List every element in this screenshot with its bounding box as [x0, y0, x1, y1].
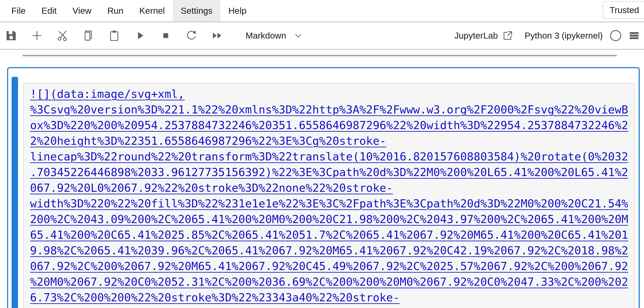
menu-file[interactable]: File — [4, 0, 34, 21]
cell-type-dropdown[interactable]: Markdown — [246, 31, 302, 41]
insert-cell-button[interactable] — [30, 29, 44, 42]
source-line: %3Csvg%20version%3D%221.1%22%20xmlns%3D%… — [30, 102, 634, 118]
source-line: 067.92%20L0%2067.92%22%20stroke%3D%22non… — [30, 180, 634, 196]
notebook-toolbar: Markdown JupyterLab Python 3 (ipykernel) — [0, 22, 644, 49]
plus-icon — [31, 30, 43, 41]
interrupt-kernel-button[interactable] — [159, 29, 172, 42]
hamburger-menu-icon[interactable] — [628, 30, 640, 41]
source-line: ox%3D%220%200%20954.2537884732246%20351.… — [30, 118, 634, 133]
source-line: linecap%3D%22round%22%20transform%3D%22t… — [30, 149, 634, 165]
menu-bar: File Edit View Run Kernel Settings Help … — [0, 0, 644, 21]
toolbar-right-group: JupyterLab Python 3 (ipykernel) — [454, 29, 640, 42]
menu-edit[interactable]: Edit — [34, 0, 64, 21]
source-line: %20M0%2067.92%20C0%2052.31%2C%200%2036.6… — [30, 274, 634, 290]
source-line: ![](data:image/svg+xml, — [30, 86, 634, 102]
copy-icon — [83, 30, 94, 41]
source-line: 9.98%2C%2065.41%2039.96%2C%2065.41%2067.… — [30, 243, 634, 259]
jupyterlab-link[interactable]: JupyterLab — [454, 31, 498, 41]
notebook-panel: ![](data:image/svg+xml, %3Csvg%20version… — [0, 50, 644, 286]
cell-type-value: Markdown — [246, 31, 286, 41]
cut-cells-button[interactable] — [56, 29, 70, 42]
copy-cells-button[interactable] — [82, 29, 95, 42]
external-link-icon[interactable] — [502, 30, 513, 41]
kernel-name[interactable]: Python 3 (ipykernel) — [524, 31, 603, 41]
source-line: 067.92%2C%200%2067.92%20M65.41%2067.92%2… — [30, 259, 634, 274]
kernel-status-icon[interactable] — [609, 29, 622, 42]
source-line: .70345226446898%2033.96127735156392)%22%… — [30, 165, 634, 180]
run-cell-button[interactable] — [133, 29, 147, 42]
menu-kernel[interactable]: Kernel — [132, 0, 173, 21]
paste-cells-button[interactable] — [107, 29, 121, 42]
cell-source-editor[interactable]: ![](data:image/svg+xml, %3Csvg%20version… — [23, 83, 635, 308]
save-button[interactable] — [4, 29, 18, 42]
cell-collapser[interactable] — [12, 77, 18, 308]
menu-settings[interactable]: Settings — [173, 0, 220, 21]
source-line: 6.73%2C%200%200%22%20stroke%3D%22%23343a… — [30, 290, 634, 306]
clipboard-icon — [108, 30, 120, 41]
chevron-down-icon — [294, 31, 302, 40]
menu-run[interactable]: Run — [100, 0, 132, 21]
restart-kernel-button[interactable] — [184, 29, 198, 42]
fast-forward-icon — [212, 30, 223, 41]
stop-icon — [160, 30, 172, 41]
previous-cell-edge[interactable] — [22, 55, 617, 57]
source-line: 200%2C%2043.09%200%2C%2065.41%200%20M0%2… — [30, 212, 634, 227]
active-markdown-cell[interactable]: ![](data:image/svg+xml, %3Csvg%20version… — [7, 67, 640, 308]
run-icon — [134, 30, 146, 41]
restart-icon — [186, 30, 197, 41]
trusted-button[interactable]: Trusted — [602, 1, 644, 19]
source-line: width%3D%220%22%20fill%3D%22%231e1e1e%22… — [30, 196, 634, 212]
restart-run-all-button[interactable] — [210, 29, 224, 42]
save-icon — [5, 30, 17, 41]
scissors-icon — [57, 30, 68, 41]
source-line: 2%20height%3D%22351.6558646987296%22%3E%… — [30, 133, 634, 149]
source-line: 65.41%200%20C65.41%2025.85%2C%2065.41%20… — [30, 227, 634, 243]
menu-help[interactable]: Help — [220, 0, 254, 21]
menu-view[interactable]: View — [64, 0, 100, 21]
